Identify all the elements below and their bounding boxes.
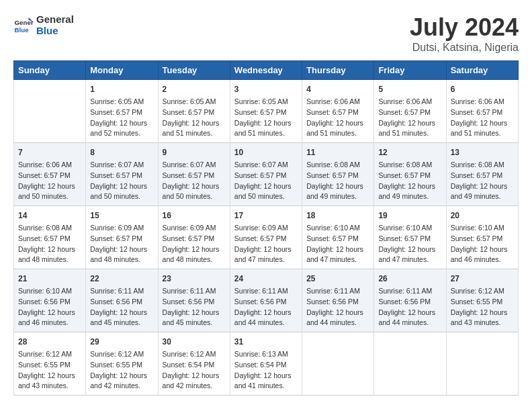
weekday-header-wednesday: Wednesday xyxy=(230,61,302,80)
day-detail: Sunset: 6:57 PM xyxy=(451,107,514,118)
weekday-header-row: SundayMondayTuesdayWednesdayThursdayFrid… xyxy=(14,61,519,80)
day-detail: Sunset: 6:57 PM xyxy=(306,107,369,118)
day-detail: and 44 minutes. xyxy=(234,318,298,328)
day-detail: Sunrise: 6:12 AM xyxy=(163,349,226,360)
day-number: 7 xyxy=(18,146,81,158)
day-detail: and 41 minutes. xyxy=(234,381,298,392)
day-detail: and 49 minutes. xyxy=(378,191,441,202)
calendar-cell: 2Sunrise: 6:05 AMSunset: 6:57 PMDaylight… xyxy=(158,80,230,143)
day-detail: Sunset: 6:56 PM xyxy=(163,297,226,308)
day-detail: Sunrise: 6:10 AM xyxy=(378,223,441,234)
day-detail: and 43 minutes. xyxy=(451,318,514,328)
day-detail: and 44 minutes. xyxy=(378,318,441,328)
day-detail: Sunrise: 6:12 AM xyxy=(90,349,153,360)
day-detail: Sunset: 6:55 PM xyxy=(18,360,81,371)
day-detail: and 50 minutes. xyxy=(18,191,81,202)
day-detail: Sunset: 6:56 PM xyxy=(234,297,298,308)
day-detail: Daylight: 12 hours xyxy=(378,181,441,192)
day-detail: and 45 minutes. xyxy=(90,318,153,328)
day-detail: Daylight: 12 hours xyxy=(306,244,369,255)
day-detail: Daylight: 12 hours xyxy=(18,308,81,318)
day-detail: Sunrise: 6:10 AM xyxy=(451,223,514,234)
day-number: 12 xyxy=(378,146,441,158)
day-detail: Sunrise: 6:07 AM xyxy=(90,160,153,171)
day-detail: Daylight: 12 hours xyxy=(306,181,369,192)
day-detail: Sunrise: 6:11 AM xyxy=(163,286,226,297)
day-detail: Sunrise: 6:08 AM xyxy=(306,160,369,171)
day-detail: and 49 minutes. xyxy=(451,191,514,202)
day-detail: and 47 minutes. xyxy=(378,255,441,265)
day-detail: Daylight: 12 hours xyxy=(306,118,369,129)
day-number: 8 xyxy=(90,146,153,158)
day-detail: and 46 minutes. xyxy=(451,255,514,265)
logo-line1: General xyxy=(36,13,74,25)
day-detail: and 50 minutes. xyxy=(163,191,226,202)
day-number: 25 xyxy=(306,273,369,285)
day-detail: and 50 minutes. xyxy=(234,191,298,202)
day-detail: Daylight: 12 hours xyxy=(378,118,441,129)
day-number: 2 xyxy=(163,83,226,95)
day-detail: Sunset: 6:56 PM xyxy=(306,297,369,308)
day-detail: Daylight: 12 hours xyxy=(451,308,514,318)
calendar-cell: 22Sunrise: 6:11 AMSunset: 6:56 PMDayligh… xyxy=(86,269,158,332)
day-detail: Daylight: 12 hours xyxy=(90,181,153,192)
day-detail: Sunrise: 6:10 AM xyxy=(306,223,369,234)
calendar-cell: 31Sunrise: 6:13 AMSunset: 6:54 PMDayligh… xyxy=(230,332,302,396)
logo-icon: General Blue xyxy=(13,15,34,35)
calendar-cell: 10Sunrise: 6:07 AMSunset: 6:57 PMDayligh… xyxy=(230,143,302,206)
calendar-cell: 1Sunrise: 6:05 AMSunset: 6:57 PMDaylight… xyxy=(86,80,158,143)
day-detail: Sunrise: 6:07 AM xyxy=(163,160,226,171)
day-detail: Daylight: 12 hours xyxy=(234,244,298,255)
day-detail: Sunset: 6:57 PM xyxy=(378,107,441,118)
day-detail: and 51 minutes. xyxy=(163,128,226,139)
calendar-cell: 21Sunrise: 6:10 AMSunset: 6:56 PMDayligh… xyxy=(14,269,86,332)
day-detail: Sunrise: 6:09 AM xyxy=(234,223,298,234)
day-detail: Daylight: 12 hours xyxy=(90,371,153,381)
day-detail: Daylight: 12 hours xyxy=(451,244,514,255)
day-number: 19 xyxy=(378,210,441,222)
calendar-cell: 3Sunrise: 6:05 AMSunset: 6:57 PMDaylight… xyxy=(230,80,302,143)
day-number: 23 xyxy=(163,273,226,285)
calendar-cell: 16Sunrise: 6:09 AMSunset: 6:57 PMDayligh… xyxy=(158,206,230,269)
calendar-cell: 30Sunrise: 6:12 AMSunset: 6:54 PMDayligh… xyxy=(158,332,230,396)
day-detail: Sunrise: 6:11 AM xyxy=(90,286,153,297)
calendar-cell: 8Sunrise: 6:07 AMSunset: 6:57 PMDaylight… xyxy=(86,143,158,206)
day-detail: Sunrise: 6:09 AM xyxy=(90,223,153,234)
day-detail: and 47 minutes. xyxy=(306,255,369,265)
day-detail: Sunset: 6:57 PM xyxy=(90,234,153,244)
day-number: 20 xyxy=(451,210,514,222)
day-number: 26 xyxy=(378,273,441,285)
day-detail: Sunrise: 6:11 AM xyxy=(378,286,441,297)
day-detail: Daylight: 12 hours xyxy=(378,244,441,255)
day-detail: Sunrise: 6:10 AM xyxy=(18,286,81,297)
day-detail: and 48 minutes. xyxy=(18,255,81,265)
day-detail: Sunset: 6:57 PM xyxy=(90,107,153,118)
day-detail: Sunset: 6:57 PM xyxy=(18,171,81,181)
day-detail: Sunset: 6:54 PM xyxy=(163,360,226,371)
calendar-cell: 9Sunrise: 6:07 AMSunset: 6:57 PMDaylight… xyxy=(158,143,230,206)
day-number: 18 xyxy=(306,210,369,222)
day-detail: and 48 minutes. xyxy=(163,255,226,265)
day-detail: Daylight: 12 hours xyxy=(234,308,298,318)
day-detail: Sunrise: 6:06 AM xyxy=(306,97,369,107)
day-number: 14 xyxy=(18,210,81,222)
calendar-table: SundayMondayTuesdayWednesdayThursdayFrid… xyxy=(13,60,519,396)
day-detail: Sunset: 6:55 PM xyxy=(90,360,153,371)
day-detail: Sunrise: 6:11 AM xyxy=(306,286,369,297)
day-detail: Daylight: 12 hours xyxy=(18,371,81,381)
calendar-cell xyxy=(446,332,518,396)
month-year: July 2024 xyxy=(410,13,519,42)
day-detail: Daylight: 12 hours xyxy=(18,181,81,192)
day-detail: Sunset: 6:57 PM xyxy=(90,171,153,181)
calendar-cell xyxy=(302,332,374,396)
day-detail: and 51 minutes. xyxy=(234,128,298,139)
day-detail: Sunrise: 6:11 AM xyxy=(234,286,298,297)
week-row-4: 21Sunrise: 6:10 AMSunset: 6:56 PMDayligh… xyxy=(14,269,519,332)
day-detail: Daylight: 12 hours xyxy=(90,244,153,255)
day-detail: Sunrise: 6:12 AM xyxy=(18,349,81,360)
day-detail: Sunset: 6:57 PM xyxy=(234,171,298,181)
day-detail: and 50 minutes. xyxy=(90,191,153,202)
title-block: July 2024 Dutsi, Katsina, Nigeria xyxy=(410,13,519,54)
day-number: 27 xyxy=(451,273,514,285)
logo: General Blue General Blue xyxy=(13,13,74,36)
